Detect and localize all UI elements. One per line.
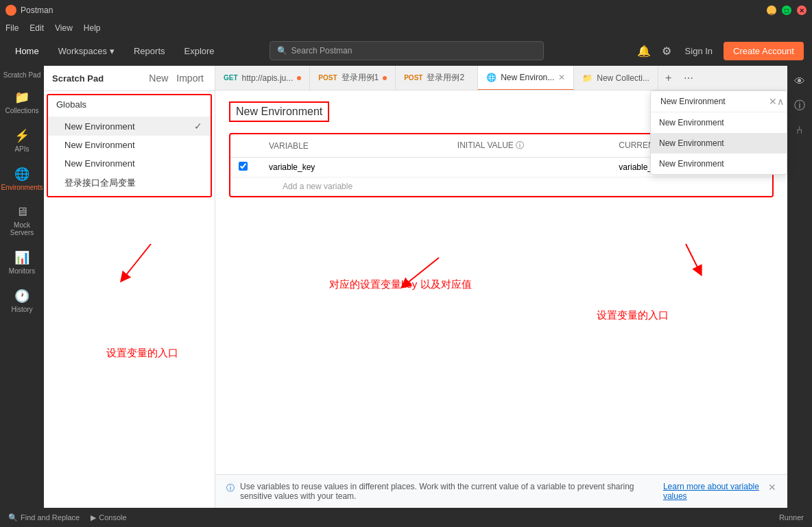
variable-key-input[interactable] [269,162,441,172]
row-init-cell[interactable] [449,158,611,177]
nav-right: 🔔 ⚙ Sign In Create Account [634,42,804,60]
env-check-0: ✓ [194,121,202,132]
tab-post-1[interactable]: POST 登录用例1 [310,66,396,90]
menu-bar: File Edit View Help [0,21,812,36]
sidebar-item-monitors[interactable]: 📊 Monitors [3,245,41,280]
row-checkbox-0[interactable] [239,162,248,171]
main-layout: Scratch Pad 📁 Collections ⚡ APIs 🌐 Envir… [0,66,812,508]
col-check-header [230,134,261,158]
scratch-pad-header: Scratch Pad [52,73,104,84]
maximize-button[interactable]: □ [782,5,791,15]
env-dropdown-item-2[interactable]: New Environment [651,154,787,174]
nav-home[interactable]: Home [8,43,46,59]
monitors-icon: 📊 [14,250,29,265]
info-banner-text: Use variables to reuse values in differe… [240,482,658,501]
import-button[interactable]: Import [174,71,206,85]
history-icon: 🕐 [14,289,29,304]
sidebar-label-monitors: Monitors [9,267,35,275]
sidebar-item-environments[interactable]: 🌐 Environments [3,161,41,197]
search-bar[interactable]: 🔍 Search Postman [270,41,544,60]
menu-view[interactable]: View [55,23,73,33]
env-dropdown-header: ✕ ∧ [651,91,787,112]
env-dropdown-input[interactable] [658,95,766,108]
env-dropdown-expand-icon[interactable]: ∧ [777,96,784,107]
tab-name-1: 登录用例1 [342,72,379,84]
info-banner: ⓘ Use variables to reuse values in diffe… [215,474,787,508]
scratch-pad-label: Scratch Pad [3,71,40,79]
minimize-button[interactable]: _ [767,5,776,15]
env-name-3: 登录接口全局变量 [64,177,136,189]
menu-file[interactable]: File [5,23,19,33]
sidebar-item-mock-servers[interactable]: 🖥 Mock Servers [3,199,41,242]
env-name-0: New Environment [64,121,135,132]
env-dropdown-item-0[interactable]: New Environment [651,112,787,133]
sidebar-label-collections: Collections [5,107,39,114]
tab-more-button[interactable]: ⋯ [678,73,699,84]
rs-fork-button[interactable]: ⑃ [792,120,807,140]
env-item-3[interactable]: 登录接口全局变量 [48,173,211,193]
environments-icon: 🌐 [14,167,29,182]
banner-close-button[interactable]: ✕ [768,482,776,493]
tab-env-active[interactable]: 🌐 New Environ... ✕ [478,66,574,90]
info-banner-link[interactable]: Learn more about variable values [663,482,763,501]
env-name-1: New Environment [64,140,135,150]
add-variable-label[interactable]: Add a new variable [261,177,772,196]
env-item-2[interactable]: New Environment [48,154,211,173]
env-dropdown-close-icon[interactable]: ✕ [769,96,777,107]
sidebar-item-history[interactable]: 🕐 History [3,283,41,319]
notification-icon[interactable]: 🔔 [634,42,654,60]
new-button[interactable]: New [146,71,171,85]
env-item-1[interactable]: New Environment [48,136,211,154]
tab-name-2: 登录用例2 [427,72,464,84]
rs-info-button[interactable]: ⓘ [790,95,809,117]
menu-help[interactable]: Help [84,23,101,33]
sidebar-item-collections[interactable]: 📁 Collections [3,84,41,120]
console-button[interactable]: ▶ Console [91,513,126,522]
method-badge-post-1: POST [318,74,337,82]
initial-value-input[interactable] [457,162,603,172]
env-list: New Environment ✓ New Environment New En… [48,114,211,196]
env-tab-icon: 🌐 [486,73,497,82]
sidebar-label-environments: Environments [1,184,43,191]
nav-reports[interactable]: Reports [127,43,172,59]
tab-name-collection: New Collecti... [597,73,649,83]
find-icon: 🔍 [8,513,18,522]
nav-explore[interactable]: Explore [178,43,222,59]
tab-collection[interactable]: 📁 New Collecti... [574,66,658,90]
col-variable-header: VARIABLE [261,134,449,158]
header-buttons: New Import [146,71,206,85]
logo-icon [5,5,16,16]
nav-workspaces[interactable]: Workspaces ▾ [51,43,121,59]
tab-close-env[interactable]: ✕ [558,73,565,82]
runner-button[interactable]: Runner [779,513,804,522]
globals-item[interactable]: Globals [48,95,211,114]
rs-eye-button[interactable]: 👁 [790,71,809,92]
close-button[interactable]: ✕ [797,5,807,15]
col-initial-header: INITIAL VALUE ⓘ [449,134,611,158]
find-replace-button[interactable]: 🔍 Find and Replace [8,513,80,522]
collection-tab-icon: 📁 [582,73,593,83]
left-panel: Scratch Pad New Import Globals New Envir… [44,66,215,508]
left-panel-header: Scratch Pad New Import [44,66,215,91]
env-panel-highlight: Globals New Environment ✓ New Environmen… [47,94,212,197]
apis-icon: ⚡ [14,128,29,143]
env-dropdown-item-1[interactable]: New Environment [651,133,787,154]
tab-name-env: New Environ... [501,73,554,82]
sidebar-item-apis[interactable]: ⚡ APIs [3,123,41,158]
window-controls: _ □ ✕ [767,5,807,15]
env-item-0[interactable]: New Environment ✓ [48,117,211,136]
app-logo: Postman [5,5,53,16]
settings-icon[interactable]: ⚙ [659,42,674,60]
menu-edit[interactable]: Edit [29,23,44,33]
create-account-button[interactable]: Create Account [724,42,804,60]
method-badge-post-2: POST [404,74,422,82]
row-var-cell [261,158,449,177]
tab-post-2[interactable]: POST 登录用例2 [396,66,478,90]
tab-get-request[interactable]: GET http://apis.ju... [215,66,310,90]
add-variable-row[interactable]: Add a new variable [230,177,772,196]
sidebar-label-history: History [11,306,32,313]
sign-in-button[interactable]: Sign In [680,43,718,59]
tab-add-button[interactable]: + [658,72,678,84]
mock-servers-icon: 🖥 [16,205,28,219]
search-placeholder: Search Postman [291,46,353,56]
